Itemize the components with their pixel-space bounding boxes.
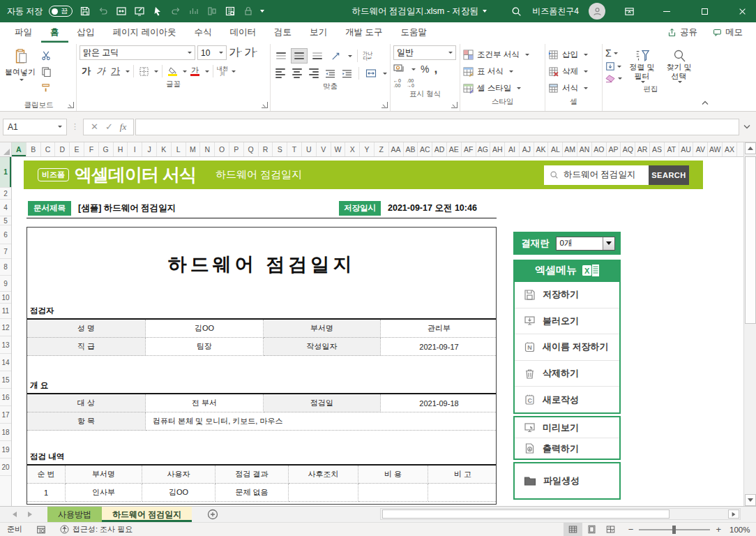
column-header[interactable]: I [128, 142, 142, 156]
print-menu-item[interactable]: 출력하기 [515, 438, 619, 459]
new-window-icon[interactable] [115, 6, 127, 17]
row-header[interactable]: 14 [0, 354, 11, 371]
prev-sheet-icon[interactable] [13, 512, 17, 517]
tab-file[interactable]: 파일 [6, 22, 41, 43]
shrink-font-button[interactable]: 가ˇ [244, 46, 257, 60]
tab-review[interactable]: 검토 [265, 22, 301, 43]
value-cell[interactable]: 팀장 [146, 338, 264, 356]
zoom-in-button[interactable]: + [716, 524, 721, 535]
column-header[interactable]: AJ [520, 142, 534, 156]
increase-indent-button[interactable] [340, 66, 354, 80]
column-header[interactable]: J [142, 142, 157, 156]
conditional-formatting-button[interactable]: 조건부 서식 [463, 47, 542, 62]
merge-center-button[interactable] [364, 66, 378, 80]
column-header[interactable]: AQ [621, 142, 635, 156]
value-cell[interactable]: 2021-09-17 [381, 338, 497, 356]
cursor-icon[interactable] [151, 6, 163, 17]
approval-count-select[interactable]: 0개 [556, 237, 616, 251]
column-header[interactable]: AN [577, 142, 592, 156]
zoom-slider-thumb[interactable] [672, 526, 676, 534]
column-header[interactable]: D [55, 142, 70, 156]
align-right-button[interactable] [307, 66, 321, 80]
close-button[interactable] [728, 0, 756, 22]
middle-align-button[interactable] [292, 49, 307, 63]
column-header[interactable]: U [302, 142, 317, 156]
value-cell[interactable]: 전 부서 [146, 394, 264, 412]
row-header[interactable]: 16 [0, 389, 11, 406]
column-header[interactable]: AT [665, 142, 679, 156]
column-header[interactable]: M [186, 142, 201, 156]
wrap-text-button[interactable]: 가나다↵ [363, 51, 372, 61]
row-header[interactable]: 8 [0, 259, 11, 276]
tab-insert[interactable]: 삽입 [68, 22, 104, 43]
insert-function-icon[interactable]: fx [120, 121, 126, 133]
row-header[interactable]: 18 [0, 424, 11, 441]
create-file-menu-item[interactable]: 파일생성 [515, 463, 619, 498]
save-as-menu-item[interactable]: N새이름 저장하기 [515, 334, 619, 361]
column-header[interactable]: A [12, 142, 27, 156]
collapse-ribbon-icon[interactable] [702, 100, 709, 105]
cell-styles-button[interactable]: 셀 스타일 [463, 81, 542, 96]
row-header[interactable]: 11 [0, 304, 11, 319]
column-header[interactable]: AG [476, 142, 491, 156]
horizontal-scrollbar-thumb[interactable] [382, 509, 670, 519]
details-cell[interactable] [428, 484, 497, 502]
column-header[interactable]: AV [693, 142, 708, 156]
scroll-down-button[interactable] [745, 494, 756, 506]
borders-chevron-icon[interactable] [154, 70, 158, 73]
percent-style-button[interactable]: % [421, 64, 429, 75]
number-dialog-launcher[interactable] [451, 102, 458, 108]
enter-icon[interactable]: ✓ [105, 121, 113, 132]
save-icon[interactable] [79, 6, 91, 17]
column-header[interactable]: AU [679, 142, 694, 156]
column-header[interactable]: G [99, 142, 114, 156]
format-painter-button[interactable] [39, 80, 53, 94]
dropdown-arrow-icon[interactable] [603, 237, 614, 250]
value-cell[interactable]: 컴퓨터 본체 및 모니터, 키보드, 마우스 [146, 412, 497, 431]
delete-menu-item[interactable]: 삭제하기 [515, 361, 619, 387]
underline-button[interactable]: 가 [109, 64, 122, 78]
clipboard-dialog-launcher[interactable] [68, 102, 74, 108]
zoom-percentage[interactable]: 100% [729, 526, 756, 534]
scroll-right-button[interactable] [728, 509, 739, 519]
top-align-button[interactable] [273, 49, 289, 63]
tab-home[interactable]: 홈 [41, 22, 68, 43]
page-layout-view-button[interactable] [582, 523, 601, 536]
macro-record-icon[interactable] [29, 523, 53, 536]
insert-cells-button[interactable]: 삽입 [548, 47, 599, 62]
format-as-table-button[interactable]: 표 서식 [463, 64, 542, 79]
preview-menu-item[interactable]: 미리보기 [515, 417, 619, 438]
fill-button[interactable] [605, 61, 622, 71]
column-header[interactable]: H [114, 142, 128, 156]
column-header[interactable]: AH [490, 142, 505, 156]
column-header[interactable]: V [317, 142, 331, 156]
banner-search-button[interactable]: SEARCH [649, 165, 689, 185]
alignment-dialog-launcher[interactable] [381, 102, 388, 108]
column-header[interactable]: AL [548, 142, 563, 156]
column-header[interactable]: AE [447, 142, 462, 156]
align-left-button[interactable] [273, 66, 287, 80]
name-box[interactable]: A1 [3, 119, 67, 135]
accounting-format-button[interactable] [393, 63, 405, 75]
avatar[interactable] [589, 3, 605, 20]
orientation-button[interactable] [328, 49, 343, 63]
font-name-select[interactable]: 맑은 고딕 [80, 45, 195, 60]
value-cell[interactable]: 김OO [146, 320, 264, 338]
sheet-area[interactable]: 124567891011121314151617181920 비즈폼 엑셀데이터… [0, 157, 743, 506]
new-sheet-button[interactable] [207, 507, 218, 522]
column-header[interactable]: F [84, 142, 99, 156]
borders-button[interactable] [137, 64, 151, 78]
tab-formulas[interactable]: 수식 [185, 22, 220, 43]
column-header[interactable]: AW [708, 142, 723, 156]
find-select-button[interactable]: 찾기 및 선택 [662, 47, 696, 83]
column-header[interactable]: T [287, 142, 302, 156]
column-header[interactable]: AK [534, 142, 549, 156]
tab-page-layout[interactable]: 페이지 레이아웃 [104, 22, 186, 43]
save-menu-item[interactable]: 저장하기 [515, 282, 619, 308]
details-cell[interactable]: 인사부 [66, 484, 142, 502]
row-header[interactable]: 4 [0, 200, 11, 216]
load-menu-item[interactable]: 불러오기 [515, 308, 619, 335]
font-size-select[interactable]: 10 [197, 45, 227, 60]
column-header[interactable]: N [200, 142, 215, 156]
row-header[interactable]: 5 [0, 216, 11, 225]
